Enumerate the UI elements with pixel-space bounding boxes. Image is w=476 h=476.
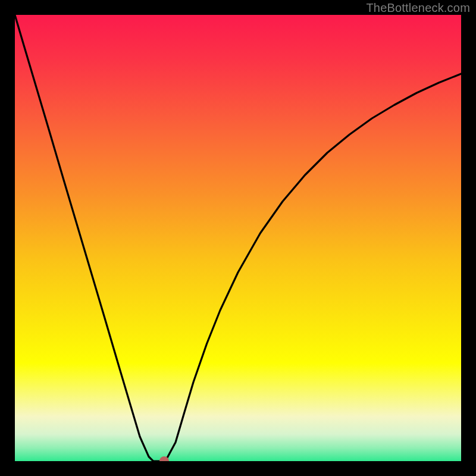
bottleneck-curve <box>15 15 461 461</box>
plot-area <box>15 15 461 461</box>
chart-frame: TheBottleneck.com <box>0 0 476 476</box>
watermark-text: TheBottleneck.com <box>366 1 470 15</box>
